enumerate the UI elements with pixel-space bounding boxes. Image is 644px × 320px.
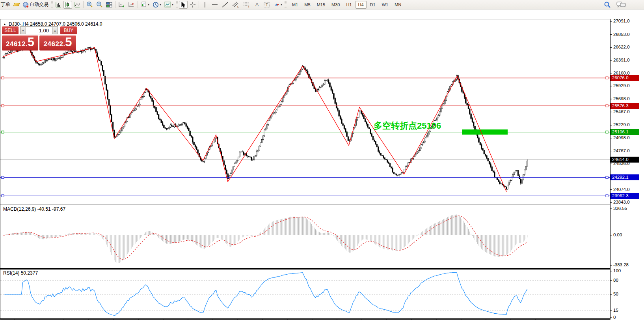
- chart-canvas[interactable]: [0, 9, 644, 320]
- macd-label: MACD(12,26,9) -40.51 -97.67: [3, 206, 65, 212]
- panel-collapse-icon[interactable]: ▲: [3, 22, 6, 26]
- template-chart-icon: [164, 2, 171, 7]
- candlestick-series[interactable]: [3, 44, 528, 190]
- volume-decrease-button[interactable]: ▼: [20, 26, 26, 34]
- channel-icon: E: [232, 1, 240, 8]
- level-price-label[interactable]: 24292.1: [610, 174, 639, 180]
- price-tick: 26160.0: [613, 71, 630, 75]
- chart-title: ▲ DJ30-,H4 24658.0 24707.0 24506.0 24614…: [3, 21, 102, 27]
- gold-symbol-button[interactable]: [12, 1, 21, 9]
- toolbar-separator: [115, 1, 115, 8]
- level-price-label[interactable]: 25106.1: [610, 129, 639, 135]
- auto-scroll-button[interactable]: [117, 1, 126, 9]
- macd-scale-tick: 336.55: [613, 206, 627, 211]
- horizontal-line-icon: [211, 2, 218, 8]
- tile-windows-button[interactable]: [105, 1, 114, 9]
- level-price-label[interactable]: 25576.3: [610, 103, 639, 109]
- tf-button-M5[interactable]: M5: [302, 1, 313, 9]
- zoom-in-icon: [86, 1, 93, 8]
- line-handle[interactable]: [2, 105, 4, 107]
- chart-shift-button[interactable]: [127, 1, 136, 9]
- level-price-label[interactable]: 26076.0: [610, 75, 639, 81]
- text-label-button[interactable]: T: [262, 1, 272, 9]
- rsi-line: [4, 272, 527, 315]
- chart-shift-icon: [128, 2, 135, 8]
- line-chart-icon: [74, 2, 80, 8]
- equidistant-channel-button[interactable]: E: [231, 1, 241, 9]
- chat-icon[interactable]: [616, 1, 626, 8]
- tf-button-W1[interactable]: W1: [379, 1, 391, 9]
- autotrading-button[interactable]: 自动交易: [22, 1, 50, 9]
- trendline-icon: [221, 2, 229, 8]
- chevron-down-icon: ▾: [160, 3, 161, 6]
- macd-scale-tick: -383.28: [613, 262, 629, 267]
- rsi-scale-tick: 0: [613, 315, 616, 320]
- one-click-trading-panel: SELL ▼ 1.00 ▲ BUY 24612.5 24622.5: [2, 26, 77, 51]
- gold-bar-icon: [13, 3, 20, 6]
- fibonacci-button[interactable]: F: [242, 1, 252, 9]
- chevron-down-icon: ▾: [172, 3, 173, 6]
- volume-increase-button[interactable]: ▲: [52, 26, 58, 34]
- crosshair-button[interactable]: [188, 1, 197, 9]
- tf-button-M1[interactable]: M1: [289, 1, 301, 9]
- line-handle[interactable]: [2, 176, 4, 179]
- candlestick-chart-button[interactable]: [63, 1, 72, 9]
- rsi-scale-tick: 15: [613, 308, 618, 313]
- sell-price-main: 24612: [6, 40, 26, 48]
- tf-button-MN[interactable]: MN: [392, 1, 404, 9]
- volume-stepper: ▼ 1.00 ▲: [20, 26, 58, 34]
- toolbar-separator: [199, 1, 199, 8]
- zoom-out-button[interactable]: [95, 1, 104, 9]
- sell-price-button[interactable]: 24612.5: [2, 36, 38, 51]
- price-tick: 26622.0: [613, 45, 630, 49]
- line-handle[interactable]: [606, 195, 608, 197]
- periods-button[interactable]: ▾: [151, 1, 162, 9]
- fibonacci-icon: F: [243, 1, 251, 8]
- trendline-button[interactable]: [220, 1, 230, 9]
- macd-histogram: [3, 215, 527, 263]
- sell-button[interactable]: SELL: [2, 26, 19, 34]
- chart-title-text: DJ30-,H4 24658.0 24707.0 24506.0 24614.0: [9, 21, 102, 27]
- new-chart-button[interactable]: ▾: [140, 1, 151, 9]
- svg-text:E: E: [237, 6, 239, 8]
- zoom-in-button[interactable]: [85, 1, 94, 9]
- line-handle[interactable]: [606, 131, 608, 133]
- tf-button-D1[interactable]: D1: [367, 1, 378, 9]
- cursor-button[interactable]: [179, 1, 188, 9]
- tf-button-M30[interactable]: M30: [329, 1, 342, 9]
- text-button[interactable]: A: [253, 1, 261, 9]
- tf-button-H4[interactable]: H4: [356, 1, 367, 9]
- vertical-line-button[interactable]: [201, 1, 209, 9]
- pivot-annotation-text[interactable]: 多空转折点25106: [374, 120, 441, 132]
- zigzag-line[interactable]: [3, 47, 506, 192]
- line-handle[interactable]: [2, 77, 4, 79]
- chevron-down-icon: ▾: [281, 3, 282, 6]
- green-highlight-box[interactable]: [462, 129, 508, 135]
- bar-chart-button[interactable]: [54, 1, 63, 9]
- line-handle[interactable]: [606, 176, 608, 179]
- horizontal-line-button[interactable]: [210, 1, 220, 9]
- toolbar-grip: [51, 1, 53, 8]
- line-handle[interactable]: [606, 105, 608, 107]
- price-tick: 25467.0: [613, 109, 630, 114]
- buy-price-button[interactable]: 24622.5: [39, 36, 76, 51]
- templates-button[interactable]: ▾: [163, 1, 175, 9]
- line-handle[interactable]: [606, 77, 608, 79]
- volume-input[interactable]: 1.00: [26, 26, 52, 34]
- svg-text:T: T: [266, 3, 268, 7]
- price-tick: 26391.0: [613, 58, 630, 62]
- buy-button[interactable]: BUY: [60, 26, 77, 34]
- crosshair-icon: [190, 2, 196, 8]
- arrows-button[interactable]: ▾: [272, 1, 283, 9]
- line-handle[interactable]: [2, 195, 4, 197]
- line-handle[interactable]: [2, 131, 4, 133]
- new-order-button[interactable]: 丁单: [0, 1, 11, 9]
- label-t-icon: T: [263, 2, 270, 8]
- toolbar-grip: [176, 1, 178, 8]
- level-price-label[interactable]: 23962.3: [610, 193, 639, 199]
- tf-button-M15[interactable]: M15: [314, 1, 328, 9]
- line-chart-button[interactable]: [73, 1, 82, 9]
- tf-button-H1[interactable]: H1: [343, 1, 354, 9]
- rsi-scale-tick: 80: [613, 278, 618, 283]
- search-icon[interactable]: [604, 1, 611, 8]
